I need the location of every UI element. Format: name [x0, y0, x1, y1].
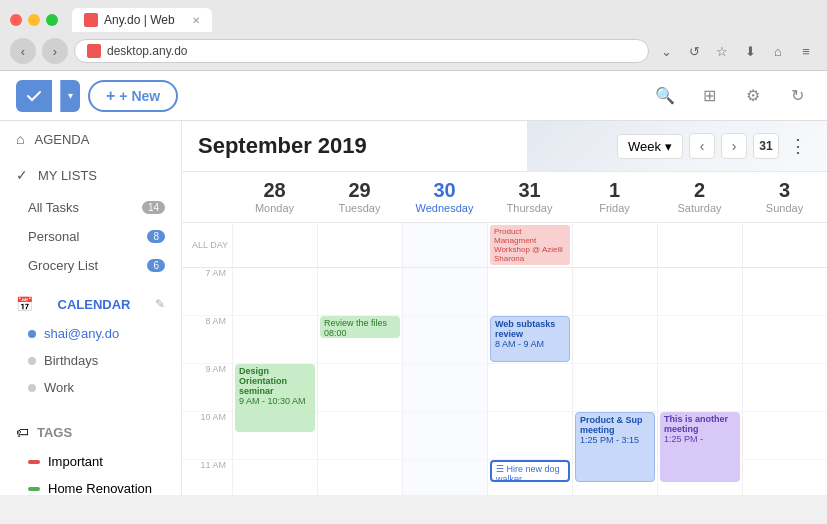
refresh-icon[interactable]: ↺	[683, 40, 705, 62]
dropdown-button[interactable]: ▾	[60, 80, 80, 112]
time-spacer	[182, 172, 232, 222]
event-web-subtasks[interactable]: Web subtasks review 8 AM - 9 AM	[490, 316, 570, 362]
event-review-files[interactable]: Review the files 08:00	[320, 316, 400, 338]
day-number-1: 1	[580, 180, 649, 200]
day-name-sunday: Sunday	[750, 202, 819, 214]
event-time: 1:25 PM - 3:15	[580, 435, 650, 445]
cell-30-10	[403, 412, 487, 460]
minimize-dot[interactable]	[28, 14, 40, 26]
cell-28-8	[233, 316, 317, 364]
sidebar-item-agenda[interactable]: ⌂ AGENDA	[0, 121, 181, 157]
sidebar-sub-item-personal[interactable]: Personal 8	[0, 222, 181, 251]
search-button[interactable]: 🔍	[651, 82, 679, 110]
columns-button[interactable]: ⊞	[695, 82, 723, 110]
sidebar-sub-item-grocery[interactable]: Grocery List 6	[0, 251, 181, 280]
time-column: 7 AM 8 AM 9 AM 10 AM 11 AM 12 AM 1 PM 2 …	[182, 268, 232, 495]
tag-item-home-renovation[interactable]: Home Renovation	[0, 475, 181, 495]
cell-3-10	[743, 412, 827, 460]
maximize-dot[interactable]	[46, 14, 58, 26]
check-button[interactable]	[16, 80, 52, 112]
event-hire-dog-walker[interactable]: ☰ Hire new dog walker	[490, 460, 570, 482]
cell-1-7	[573, 268, 657, 316]
day-header-3[interactable]: 3 Sunday	[742, 172, 827, 222]
calendar-section-icon: 📅	[16, 296, 33, 312]
sidebar-item-my-lists[interactable]: ✓ MY LISTS	[0, 157, 181, 193]
forward-button[interactable]: ›	[42, 38, 68, 64]
tab-close-button[interactable]: ✕	[192, 15, 200, 26]
calendar-item-shai[interactable]: shai@any.do	[0, 320, 181, 347]
time-grid: 7 AM 8 AM 9 AM 10 AM 11 AM 12 AM 1 PM 2 …	[182, 268, 827, 495]
day-column-29: Review the files 08:00 ☰ Buy Tickets to …	[317, 268, 402, 495]
home-icon[interactable]: ⌂	[767, 40, 789, 62]
cell-30-8	[403, 316, 487, 364]
chevron-down-icon: ▾	[665, 139, 672, 154]
event-title: This is another meeting	[664, 414, 736, 434]
new-button[interactable]: + + New	[88, 80, 178, 112]
sidebar-sub-item-all-tasks[interactable]: All Tasks 14	[0, 193, 181, 222]
new-button-label: + New	[119, 88, 160, 104]
calendar-dot-work	[28, 384, 36, 392]
view-controls: Week ▾ ‹ › 31 ⋮	[617, 133, 811, 159]
sidebar: ⌂ AGENDA ✓ MY LISTS All Tasks 14 Persona…	[0, 121, 182, 495]
event-another-meeting[interactable]: This is another meeting 1:25 PM -	[660, 412, 740, 482]
event-design-orientation[interactable]: Design Orientation seminar 9 AM - 10:30 …	[235, 364, 315, 432]
cell-28-7	[233, 268, 317, 316]
edit-icon[interactable]: ✎	[155, 297, 165, 311]
day-header-31[interactable]: 31 Thursday	[487, 172, 572, 222]
event-product-sup-1[interactable]: Product & Sup meeting 1:25 PM - 3:15	[575, 412, 655, 482]
all-day-cell-28	[232, 223, 317, 267]
day-name-thursday: Thursday	[495, 202, 564, 214]
all-day-event-workshop[interactable]: Product Managment Workshop @ Azielli Sha…	[490, 225, 570, 265]
calendar-item-birthdays[interactable]: Birthdays	[0, 347, 181, 374]
plus-icon: +	[106, 87, 115, 105]
cell-1-8	[573, 316, 657, 364]
event-title: ☰ Hire new dog walker	[496, 464, 564, 482]
day-headers: 28 Monday 29 Tuesday 30 Wednesday 31 Thu…	[182, 172, 827, 223]
cell-2-8	[658, 316, 742, 364]
chevron-down-icon[interactable]: ⌄	[655, 40, 677, 62]
back-button[interactable]: ‹	[10, 38, 36, 64]
settings-button[interactable]: ⚙	[739, 82, 767, 110]
time-slot-10am: 10 AM	[182, 412, 232, 460]
close-dot[interactable]	[10, 14, 22, 26]
prev-week-button[interactable]: ‹	[689, 133, 715, 159]
cell-1-9	[573, 364, 657, 412]
day-header-29[interactable]: 29 Tuesday	[317, 172, 402, 222]
calendar-item-work[interactable]: Work	[0, 374, 181, 401]
day-column-3	[742, 268, 827, 495]
all-day-label: ALL DAY	[182, 223, 232, 267]
tag-item-important[interactable]: Important	[0, 448, 181, 475]
app-toolbar-left: ▾ + + New	[16, 80, 178, 112]
tags-header: 🏷 TAGS	[0, 417, 181, 448]
day-number-31: 31	[495, 180, 564, 200]
home-icon: ⌂	[16, 131, 24, 147]
day-column-30	[402, 268, 487, 495]
days-columns: Design Orientation seminar 9 AM - 10:30 …	[232, 268, 827, 495]
calendar-header-row: September 2019 Week ▾ ‹ › 31 ⋮	[182, 121, 827, 172]
address-bar[interactable]: desktop.any.do	[74, 39, 649, 63]
menu-icon[interactable]: ≡	[795, 40, 817, 62]
day-name-monday: Monday	[240, 202, 309, 214]
grid-view-button[interactable]: 31	[753, 133, 779, 159]
day-header-30[interactable]: 30 Wednesday	[402, 172, 487, 222]
week-selector[interactable]: Week ▾	[617, 134, 683, 159]
day-header-2[interactable]: 2 Saturday	[657, 172, 742, 222]
sync-button[interactable]: ↻	[783, 82, 811, 110]
calendar-main: September 2019 Week ▾ ‹ › 31 ⋮ 28 Monday	[182, 121, 827, 495]
browser-tab[interactable]: Any.do | Web ✕	[72, 8, 212, 32]
tag-label-home-renovation: Home Renovation	[48, 481, 152, 495]
day-header-28[interactable]: 28 Monday	[232, 172, 317, 222]
star-icon[interactable]: ☆	[711, 40, 733, 62]
day-header-1[interactable]: 1 Friday	[572, 172, 657, 222]
browser-chrome: Any.do | Web ✕ ‹ › desktop.any.do ⌄ ↺ ☆ …	[0, 0, 827, 71]
tag-dot-important	[28, 460, 40, 464]
next-week-button[interactable]: ›	[721, 133, 747, 159]
more-options-button[interactable]: ⋮	[785, 133, 811, 159]
day-number-3: 3	[750, 180, 819, 200]
day-name-saturday: Saturday	[665, 202, 734, 214]
app-toolbar-right: 🔍 ⊞ ⚙ ↻	[651, 82, 811, 110]
calendar-dot-birthdays	[28, 357, 36, 365]
calendar-item-label-birthdays: Birthdays	[44, 353, 98, 368]
browser-titlebar: Any.do | Web ✕	[0, 0, 827, 32]
download-icon[interactable]: ⬇	[739, 40, 761, 62]
